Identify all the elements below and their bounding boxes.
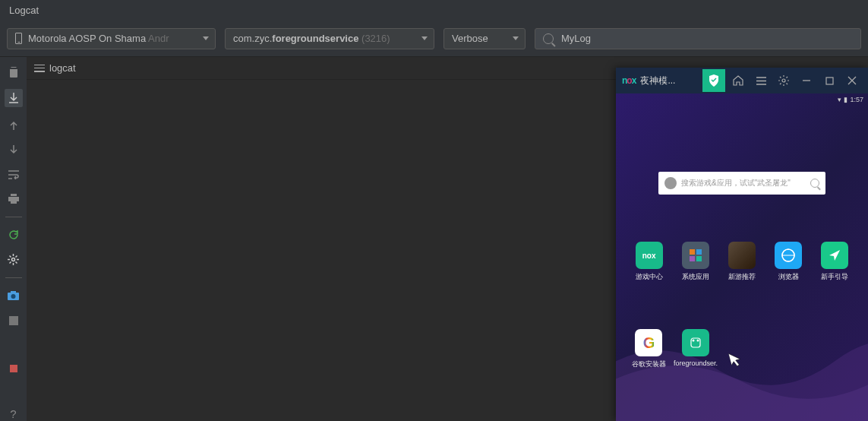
svg-rect-13	[690, 256, 695, 261]
svg-rect-11	[690, 249, 695, 255]
nox-emulator-window: nox 夜神模...	[616, 68, 868, 421]
home-icon[interactable]	[728, 71, 748, 90]
svg-point-3	[12, 258, 15, 261]
chevron-down-icon	[203, 36, 209, 40]
logcat-toolbar: ?	[0, 57, 27, 421]
svg-point-5	[11, 294, 16, 299]
emulator-title: 夜神模...	[640, 74, 675, 87]
app-icon	[682, 329, 709, 356]
up-stack-button[interactable]	[5, 118, 23, 131]
search-widget-logo	[664, 177, 677, 189]
hamburger-icon[interactable]	[34, 65, 45, 72]
search-placeholder: 搜索游戏&应用，试试"武圣屠龙"	[681, 178, 791, 188]
svg-rect-0	[11, 194, 17, 196]
chevron-down-icon	[513, 36, 519, 40]
maximize-button[interactable]	[819, 71, 839, 90]
divider	[5, 277, 22, 278]
process-dropdown[interactable]: com.zyc.foregroundservice (3216)	[225, 28, 434, 49]
minimize-button[interactable]	[797, 71, 816, 90]
app-icon	[728, 242, 756, 269]
search-icon	[810, 179, 819, 188]
svg-point-9	[782, 79, 785, 82]
app-game-center[interactable]: nox 游戏中心	[627, 242, 671, 282]
divider	[5, 217, 22, 217]
search-icon	[543, 33, 554, 44]
log-level-dropdown[interactable]: Verbose	[443, 28, 526, 49]
print-button[interactable]	[5, 192, 23, 206]
log-search-box[interactable]	[535, 28, 861, 49]
screenshot-button[interactable]	[5, 289, 23, 302]
app-browser[interactable]: 浏览器	[767, 242, 810, 282]
help-button[interactable]: ?	[5, 407, 23, 421]
svg-rect-8	[10, 365, 17, 372]
record-button[interactable]	[5, 313, 23, 327]
tab-label: logcat	[49, 62, 76, 74]
app-new-games[interactable]: 新游推荐	[720, 242, 763, 282]
svg-rect-18	[691, 338, 700, 347]
stop-button[interactable]	[5, 361, 23, 375]
close-button[interactable]	[842, 71, 862, 90]
svg-point-17	[697, 340, 699, 342]
log-level-value: Verbose	[452, 33, 488, 44]
gear-icon[interactable]	[774, 71, 794, 90]
wifi-icon: ▾	[838, 96, 841, 103]
app-icon	[821, 242, 848, 269]
svg-point-16	[693, 340, 695, 342]
svg-rect-10	[826, 78, 833, 84]
scroll-to-end-button[interactable]	[5, 89, 23, 107]
app-guide[interactable]: 新手引导	[813, 242, 857, 282]
log-search-input[interactable]	[561, 33, 853, 44]
device-name: Motorola AOSP On Shama Andr	[28, 33, 169, 44]
restart-button[interactable]	[5, 228, 23, 242]
app-icon	[682, 242, 709, 269]
app-foregroundservice[interactable]: foregroundser.	[674, 329, 718, 369]
home-search-widget[interactable]: 搜索游戏&应用，试试"武圣屠龙"	[658, 172, 825, 195]
svg-rect-14	[696, 256, 702, 261]
menu-icon[interactable]	[751, 71, 771, 90]
app-grid-row-1: nox 游戏中心 系统应用 新游推荐 浏览器	[616, 242, 868, 282]
filter-bar: Motorola AOSP On Shama Andr com.zyc.fore…	[0, 21, 868, 57]
down-stack-button[interactable]	[5, 143, 23, 157]
app-system[interactable]: 系统应用	[674, 242, 717, 282]
app-icon	[775, 242, 802, 269]
svg-rect-7	[9, 316, 18, 325]
app-icon: G	[635, 329, 662, 356]
settings-button[interactable]	[5, 253, 23, 267]
clear-button[interactable]	[5, 65, 23, 78]
battery-icon: ▮	[844, 96, 847, 103]
soft-wrap-button[interactable]	[5, 167, 23, 181]
svg-rect-12	[696, 249, 702, 255]
status-time: 1:57	[850, 96, 863, 103]
shield-icon[interactable]	[702, 69, 725, 92]
title-text: Logcat	[9, 5, 39, 16]
logcat-panel-title: Logcat	[0, 0, 868, 21]
emulator-titlebar[interactable]: nox 夜神模...	[616, 68, 868, 93]
svg-rect-2	[11, 201, 17, 204]
device-dropdown[interactable]: Motorola AOSP On Shama Andr	[7, 28, 216, 49]
nox-logo: nox	[622, 75, 636, 86]
svg-rect-6	[11, 291, 16, 293]
app-google-installer[interactable]: G 谷歌安装器	[627, 329, 671, 369]
app-icon: nox	[636, 242, 663, 269]
device-icon	[15, 33, 22, 44]
emulator-screen[interactable]: ▾ ▮ 1:57 搜索游戏&应用，试试"武圣屠龙" nox 游戏中心 系统应用 …	[616, 93, 868, 421]
android-status-bar: ▾ ▮ 1:57	[616, 93, 868, 105]
chevron-down-icon	[421, 36, 428, 40]
process-name: com.zyc.foregroundservice (3216)	[233, 33, 390, 44]
